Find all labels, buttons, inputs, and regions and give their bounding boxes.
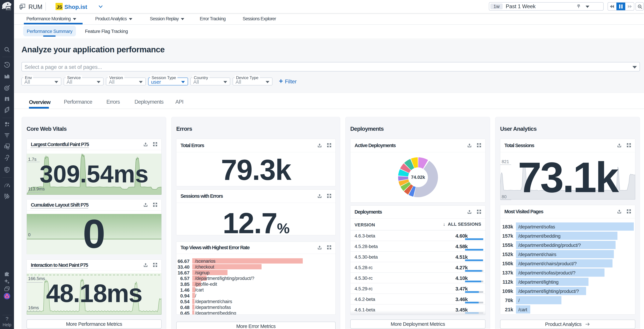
svg-text:74.02k: 74.02k	[411, 175, 425, 180]
